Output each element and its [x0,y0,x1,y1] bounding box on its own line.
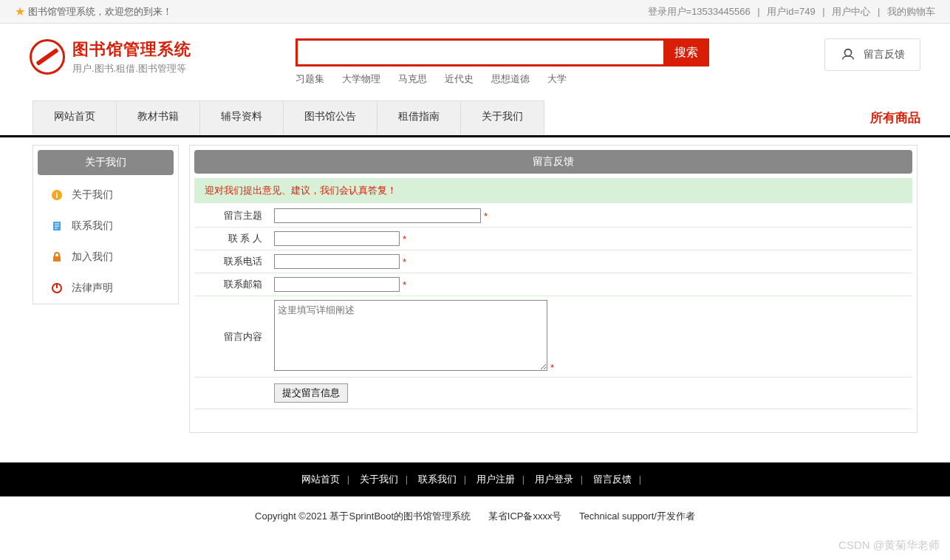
logo-title: 图书馆管理系统 [72,38,191,61]
svg-rect-7 [53,256,61,262]
nav-materials[interactable]: 辅导资料 [199,100,284,135]
subject-input[interactable] [274,208,481,223]
copyright-text: Copyright ©2021 基于SprintBoot的图书馆管理系统 [255,511,471,522]
sidebar-item-label: 加入我们 [72,250,113,264]
label-phone: 联系电话 [194,250,268,273]
search-block: 搜索 习题集 大学物理 马克思 近代史 思想道德 大学 [295,38,709,86]
sidebar-item-label: 法律声明 [72,281,113,295]
notice-bar: 迎对我们提出意见、建议，我们会认真答复！ [194,178,912,203]
separator: | [757,6,759,17]
panel-title: 留言反馈 [194,150,912,174]
hotword[interactable]: 思想道德 [491,72,530,86]
login-user-label: 登录用户= [648,6,692,17]
sidebar-item-legal[interactable]: 法律声明 [33,273,178,304]
separator: | [464,474,466,485]
hotword[interactable]: 习题集 [295,72,324,86]
label-email: 联系邮箱 [194,273,268,296]
user-id-label: 用户id= [767,6,799,17]
topbar-welcome: ★ 图书馆管理系统，欢迎您的到来！ [15,0,172,23]
logo-subtitle: 用户.图书.租借.图书管理等 [72,62,191,75]
main-nav: 网站首页 教材书籍 辅导资料 图书馆公告 租借指南 关于我们 所有商品 [0,100,950,137]
header: 图书馆管理系统 用户.图书.租借.图书管理等 搜索 习题集 大学物理 马克思 近… [0,24,950,93]
footer-link-feedback[interactable]: 留言反馈 [593,474,632,485]
footer-link-login[interactable]: 用户登录 [535,474,573,485]
phone-input[interactable] [274,254,400,269]
my-cart-link[interactable]: 我的购物车 [887,6,935,17]
label-content: 留言内容 [194,296,268,378]
contact-input[interactable] [274,231,400,246]
hotword[interactable]: 大学 [547,72,567,86]
separator: | [406,474,408,485]
main-panel: 留言反馈 迎对我们提出意见、建议，我们会认真答复！ 留言主题 * 联 系 人 *… [189,145,917,433]
document-icon [51,220,63,232]
footer-link-home[interactable]: 网站首页 [301,474,340,485]
power-icon [51,282,63,294]
feedback-label: 留言反馈 [864,48,905,61]
nav-rental-guide[interactable]: 租借指南 [377,100,461,135]
lock-icon [51,251,63,263]
nav-home[interactable]: 网站首页 [33,100,117,135]
content-textarea[interactable] [274,300,547,371]
separator: | [639,474,641,485]
email-input[interactable] [274,277,400,292]
user-id-value: 749 [799,6,816,17]
login-user-value: 13533445566 [691,6,751,17]
icp-text: 某省ICP备xxxx号 [488,511,562,522]
label-contact: 联 系 人 [194,228,268,250]
footer-link-about[interactable]: 关于我们 [360,474,398,485]
footer-link-contact[interactable]: 联系我们 [418,474,457,485]
submit-button[interactable]: 提交留言信息 [274,383,348,403]
sidebar-title: 关于我们 [38,150,174,175]
topbar-user: 登录用户=13533445566 | 用户id=749 | 用户中心 | 我的购… [648,0,935,23]
info-icon: i [51,189,63,201]
headset-icon [840,47,856,63]
footer-nav: 网站首页| 关于我们| 联系我们| 用户注册| 用户登录| 留言反馈| [0,462,950,496]
logo-block: 图书馆管理系统 用户.图书.租借.图书管理等 [30,38,266,75]
separator: | [581,474,583,485]
sidebar: 关于我们 i 关于我们 联系我们 加入我们 法律声明 [33,145,179,304]
label-subject: 留言主题 [194,205,268,228]
hotword[interactable]: 大学物理 [342,72,380,86]
nav-announcements[interactable]: 图书馆公告 [283,100,377,135]
footer-copyright: Copyright ©2021 基于SprintBoot的图书馆管理系统 某省I… [0,496,950,536]
nav-textbooks[interactable]: 教材书籍 [116,100,200,135]
footer-link-register[interactable]: 用户注册 [476,474,515,485]
sidebar-item-label: 关于我们 [72,188,113,202]
nav-about[interactable]: 关于我们 [460,100,544,135]
hot-words: 习题集 大学物理 马克思 近代史 思想道德 大学 [295,72,709,86]
separator: | [347,474,349,485]
content: 关于我们 i 关于我们 联系我们 加入我们 法律声明 留言反馈 迎对我们提出意见… [0,137,950,448]
search-input[interactable] [295,38,663,66]
required-mark: * [403,279,406,290]
svg-text:i: i [56,191,58,199]
feedback-form: 留言主题 * 联 系 人 * 联系电话 * 联系邮箱 * 留言内容 * 提交留言… [194,205,912,409]
logo-icon [30,39,65,75]
required-mark: * [403,233,406,245]
sidebar-item-contact[interactable]: 联系我们 [33,211,178,242]
hotword[interactable]: 近代史 [445,72,474,86]
star-icon: ★ [15,0,25,24]
sidebar-item-label: 联系我们 [72,219,113,233]
support-text: Technical support/开发作者 [579,511,695,522]
required-mark: * [403,256,406,267]
hotword[interactable]: 马克思 [398,72,427,86]
user-center-link[interactable]: 用户中心 [832,6,870,17]
search-button[interactable]: 搜索 [663,38,709,66]
welcome-text: 图书馆管理系统，欢迎您的到来！ [28,0,172,24]
separator: | [522,474,524,485]
sidebar-item-about[interactable]: i 关于我们 [33,180,178,211]
required-mark: * [484,211,488,222]
nav-all-products[interactable]: 所有商品 [841,100,950,135]
topbar: ★ 图书馆管理系统，欢迎您的到来！ 登录用户=13533445566 | 用户i… [0,0,950,24]
separator: | [878,6,880,17]
feedback-button[interactable]: 留言反馈 [824,38,920,71]
sidebar-item-join[interactable]: 加入我们 [33,242,178,273]
required-mark: * [550,362,554,373]
separator: | [822,6,824,17]
